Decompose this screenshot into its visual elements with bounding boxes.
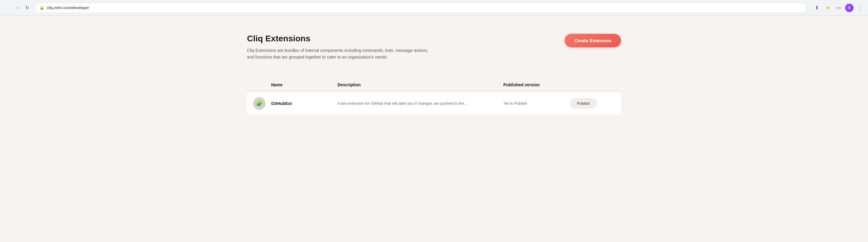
extension-published-version: Yet to Publish <box>503 101 570 105</box>
back-icon: ← <box>5 5 10 10</box>
forward-icon: → <box>15 5 20 10</box>
nav-buttons: ← → ↻ <box>4 4 31 12</box>
table-header: Name Description Published version <box>247 79 621 91</box>
more-menu-icon: ⋮ <box>858 4 863 11</box>
publish-button[interactable]: Publish <box>570 98 597 109</box>
extension-icon: 🧩 <box>253 97 266 110</box>
create-extension-button[interactable]: Create Extension <box>565 34 621 48</box>
reload-icon: ↻ <box>25 5 29 10</box>
tab-menu-button[interactable]: ▭ <box>834 4 843 12</box>
tab-icon: ▭ <box>836 5 841 10</box>
back-button[interactable]: ← <box>4 4 12 12</box>
actions-column-header <box>570 82 615 87</box>
reload-button[interactable]: ↻ <box>23 4 31 12</box>
profile-avatar[interactable]: A <box>845 4 854 12</box>
bookmark-button[interactable]: ★ <box>824 4 832 12</box>
puzzle-icon: 🧩 <box>256 100 263 107</box>
url-text: cliq.zoho.com/developer <box>47 5 802 10</box>
description-column-header: Description <box>338 82 503 87</box>
share-icon: ⬆ <box>815 5 819 10</box>
page-title: Cliq Extensions <box>247 34 434 43</box>
extension-icon-cell: 🧩 <box>253 97 271 110</box>
forward-button[interactable]: → <box>13 4 22 12</box>
header-text: Cliq Extensions Cliq Extensions are bund… <box>247 34 434 61</box>
header-spacer <box>253 82 271 87</box>
table-row: 🧩 GitHubExt A bot extension for GitHub t… <box>247 92 621 115</box>
publish-label: Publish <box>577 101 590 105</box>
published-version-column-header: Published version <box>503 82 570 87</box>
star-icon: ★ <box>826 5 830 10</box>
create-extension-label: Create Extension <box>574 38 611 43</box>
extensions-table: Name Description Published version 🧩 Git… <box>247 79 621 115</box>
extension-description: A bot extension for GitHub that will ale… <box>338 101 503 105</box>
avatar-label: A <box>848 6 851 10</box>
page-content: Cliq Extensions Cliq Extensions are bund… <box>223 16 645 135</box>
name-column-header: Name <box>271 82 338 87</box>
header-section: Cliq Extensions Cliq Extensions are bund… <box>247 34 621 61</box>
browser-chrome: ← → ↻ 🔒 cliq.zoho.com/developer ⬆ ★ ▭ A … <box>0 0 868 16</box>
more-menu-button[interactable]: ⋮ <box>856 4 864 12</box>
browser-actions: ⬆ ★ ▭ A ⋮ <box>812 4 864 12</box>
publish-action-cell: Publish <box>570 98 615 109</box>
page-description: Cliq Extensions are bundles of internal … <box>247 47 434 61</box>
address-bar[interactable]: 🔒 cliq.zoho.com/developer <box>35 3 806 13</box>
share-button[interactable]: ⬆ <box>812 4 821 12</box>
lock-icon: 🔒 <box>39 5 44 10</box>
extension-name: GitHubExt <box>271 101 338 106</box>
